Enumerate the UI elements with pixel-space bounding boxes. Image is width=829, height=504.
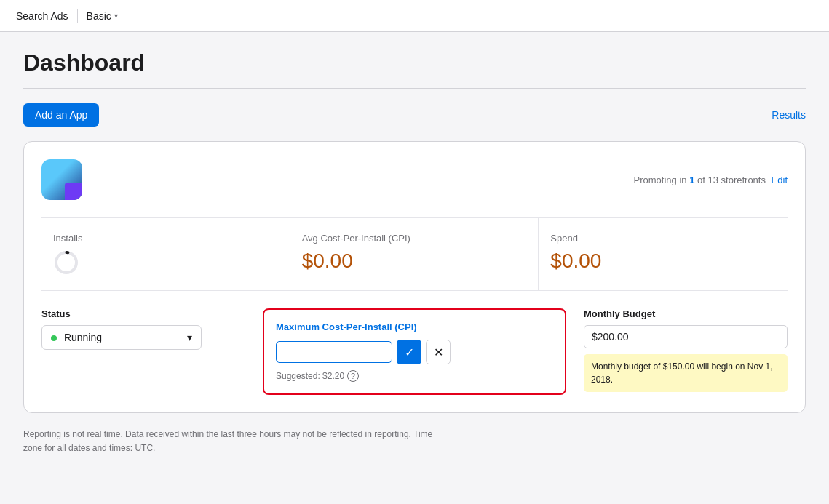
stat-cpi-label: Avg Cost-Per-Install (CPI) [302, 233, 527, 244]
stat-installs-value [53, 249, 278, 276]
svg-point-0 [56, 252, 76, 273]
stat-installs: Installs [41, 218, 290, 290]
budget-control: Monthly Budget Monthly budget of $150.00… [584, 308, 788, 392]
status-control: Status Running ▾ [41, 308, 245, 350]
status-chevron-icon: ▾ [187, 332, 192, 343]
cpi-input-row: ✓ ✕ [276, 340, 553, 364]
app-header: Promoting in 1 of 13 storefronts Edit [41, 159, 788, 200]
status-text: Running [64, 332, 102, 343]
status-running-row: Running [51, 332, 102, 343]
stat-cpi-value: $0.00 [302, 249, 527, 273]
nav-logo-text: Search Ads [16, 10, 68, 22]
status-label: Status [41, 308, 245, 319]
cpi-suggested: Suggested: $2.20 ? [276, 370, 553, 382]
installs-chart [53, 249, 79, 276]
app-icon [41, 159, 82, 200]
nav-divider [77, 9, 78, 23]
cpi-box: Maximum Cost-Per-Install (CPI) ✓ ✕ Sugge… [263, 308, 566, 395]
footer-line2: zone for all dates and times: UTC. [23, 443, 155, 453]
cpi-suggested-text: Suggested: $2.20 [276, 371, 344, 381]
chevron-down-icon: ▾ [114, 12, 118, 20]
add-app-button[interactable]: Add an App [23, 103, 99, 127]
nav-logo: Search Ads [12, 10, 68, 22]
cpi-cancel-button[interactable]: ✕ [426, 340, 451, 364]
stat-spend-label: Spend [550, 233, 776, 244]
nav-mode-dropdown[interactable]: Basic ▾ [87, 10, 118, 22]
cpi-input[interactable] [276, 341, 392, 363]
stats-row: Installs Avg Cost-Per-Install (CPI) $0.0… [41, 217, 788, 291]
promoting-suffix: of 13 storefronts [697, 175, 766, 185]
stat-cpi: Avg Cost-Per-Install (CPI) $0.00 [290, 218, 539, 290]
stat-spend-value: $0.00 [550, 249, 776, 273]
stat-spend: Spend $0.00 [539, 218, 788, 290]
main-content: Dashboard Add an App Results Promoting i… [0, 32, 829, 473]
page-title: Dashboard [23, 49, 806, 76]
edit-storefronts-link[interactable]: Edit [772, 175, 788, 185]
check-icon: ✓ [405, 345, 414, 359]
budget-notice: Monthly budget of $150.00 will begin on … [584, 354, 788, 392]
cpi-confirm-button[interactable]: ✓ [397, 340, 421, 364]
budget-input[interactable] [584, 325, 788, 348]
toolbar: Add an App Results [23, 103, 806, 127]
budget-label: Monthly Budget [584, 308, 788, 319]
stat-installs-label: Installs [53, 233, 278, 244]
promoting-text: Promoting in 1 of 13 storefronts Edit [634, 175, 788, 185]
app-card: Promoting in 1 of 13 storefronts Edit In… [23, 141, 806, 413]
x-icon: ✕ [434, 345, 443, 359]
top-nav: Search Ads Basic ▾ [0, 0, 829, 32]
promoting-prefix: Promoting in [634, 175, 687, 185]
nav-mode-label: Basic [87, 10, 111, 22]
promoting-count: 1 [689, 175, 694, 185]
status-dropdown[interactable]: Running ▾ [41, 325, 202, 350]
cpi-label: Maximum Cost-Per-Install (CPI) [276, 321, 553, 332]
title-divider [23, 88, 806, 89]
controls-row: Status Running ▾ Maximum Cost-Per-Instal… [41, 308, 788, 395]
app-icon-inner [65, 183, 82, 200]
help-icon[interactable]: ? [347, 370, 359, 382]
footer-line1: Reporting is not real time. Data receive… [23, 429, 432, 439]
status-dot [51, 335, 57, 341]
footer-notice: Reporting is not real time. Data receive… [23, 428, 806, 455]
results-link[interactable]: Results [772, 109, 806, 121]
app-icon-wrapper [41, 159, 82, 200]
